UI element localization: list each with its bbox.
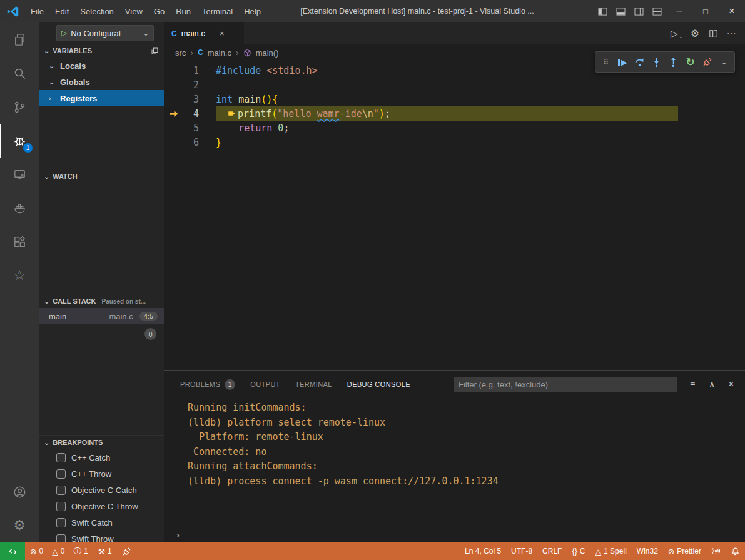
- encoding-indicator[interactable]: UTF-8: [506, 542, 537, 560]
- console-filter-input[interactable]: [454, 377, 677, 392]
- cursor-position[interactable]: Ln 4, Col 5: [460, 542, 506, 560]
- chevron-down-icon: ⌄: [49, 62, 56, 69]
- customize-layout-icon[interactable]: [648, 0, 666, 22]
- scope-locals[interactable]: ⌄ Locals: [39, 58, 164, 74]
- code-editor[interactable]: 1 #include <stdio.h> 2 3 int main(){ 4 p…: [164, 61, 745, 370]
- language-indicator[interactable]: {} C: [567, 542, 590, 560]
- close-tab-icon[interactable]: ×: [220, 29, 225, 38]
- start-debug-icon[interactable]: ▷: [61, 29, 67, 38]
- menu-help[interactable]: Help: [238, 0, 266, 22]
- scope-globals[interactable]: ⌄ Globals: [39, 74, 164, 90]
- pause-bar: [618, 59, 620, 66]
- more-actions-icon[interactable]: ⋯: [724, 26, 739, 42]
- tools-count: 1: [108, 547, 112, 556]
- checkbox[interactable]: [56, 518, 66, 528]
- run-or-debug-button[interactable]: ▷ ⌄: [669, 26, 684, 42]
- chevron-down-icon: ⌄: [49, 79, 56, 86]
- menu-selection[interactable]: Selection: [74, 0, 119, 22]
- menu-file[interactable]: File: [25, 0, 49, 22]
- minimize-button[interactable]: ─: [666, 0, 692, 22]
- step-into-button[interactable]: [648, 53, 665, 71]
- platform-indicator[interactable]: Win32: [632, 542, 663, 560]
- checkbox[interactable]: [56, 534, 66, 543]
- breadcrumb-symbol[interactable]: main(): [256, 48, 279, 58]
- extensions-icon: [13, 235, 27, 249]
- split-editor-icon[interactable]: [706, 26, 721, 42]
- breakpoint-row[interactable]: Objective C Catch: [39, 482, 164, 498]
- menu-view[interactable]: View: [119, 0, 148, 22]
- checkbox[interactable]: [56, 469, 66, 479]
- settings-gear-icon[interactable]: ⚙: [687, 26, 702, 42]
- notifications-bell-icon[interactable]: [726, 542, 745, 560]
- star-icon: ☆: [13, 269, 26, 282]
- breakpoint-gutter[interactable]: [164, 109, 184, 119]
- restart-button[interactable]: ↻: [682, 53, 699, 71]
- breakpoint-row[interactable]: C++ Throw: [39, 466, 164, 482]
- activity-source-control[interactable]: [0, 90, 39, 124]
- formatter-indicator[interactable]: ⊘ Prettier: [663, 542, 706, 560]
- console-input-row[interactable]: ›: [164, 526, 745, 542]
- activity-search[interactable]: [0, 56, 39, 90]
- call-stack-header[interactable]: ⌄ CALL STACK Paused on st...: [39, 294, 164, 308]
- menu-edit[interactable]: Edit: [49, 0, 74, 22]
- activity-remote-explorer[interactable]: [0, 158, 39, 191]
- tools-indicator[interactable]: ⚒ 1: [93, 542, 117, 560]
- toggle-secondary-sidebar-icon[interactable]: [630, 0, 648, 22]
- watch-header[interactable]: ⌄ WATCH: [39, 169, 164, 183]
- debug-console[interactable]: Running initCommands: (lldb) platform se…: [164, 398, 745, 542]
- code-line: 6 }: [164, 135, 745, 149]
- tab-main-c[interactable]: C main.c ×: [164, 22, 244, 44]
- continue-button[interactable]: ▶: [614, 53, 631, 71]
- tab-problems[interactable]: PROBLEMS 1: [180, 371, 235, 398]
- breakpoints-header[interactable]: ⌄ BREAKPOINTS: [39, 436, 164, 449]
- menu-go[interactable]: Go: [148, 0, 170, 22]
- variables-header[interactable]: ⌄ VARIABLES: [39, 44, 164, 58]
- problems-indicator[interactable]: ⊗ 0 △ 0 ⓘ 1: [25, 542, 93, 560]
- activity-docker[interactable]: [0, 191, 39, 225]
- maximize-button[interactable]: □: [692, 0, 719, 22]
- tab-debug-console[interactable]: DEBUG CONSOLE: [347, 371, 410, 398]
- checkbox[interactable]: [56, 453, 66, 462]
- step-out-button[interactable]: [665, 53, 682, 71]
- disconnect-button[interactable]: [699, 53, 716, 71]
- debug-session-indicator[interactable]: [117, 542, 136, 560]
- collapse-all-icon[interactable]: [151, 47, 159, 55]
- breakpoint-row[interactable]: Swift Catch: [39, 514, 164, 531]
- line-number: 6: [184, 137, 199, 148]
- maximize-panel-icon[interactable]: ∧: [704, 377, 719, 392]
- stack-frame-row[interactable]: main main.c 4:5: [39, 308, 164, 324]
- step-over-button[interactable]: [631, 53, 648, 71]
- console-options-icon[interactable]: ≡: [685, 377, 700, 392]
- broadcast-icon[interactable]: [706, 542, 726, 560]
- breakpoint-row[interactable]: Swift Throw: [39, 531, 164, 542]
- checkbox[interactable]: [56, 486, 66, 495]
- remote-indicator[interactable]: [0, 542, 25, 560]
- window-title: [Extension Development Host] main.c - te…: [300, 7, 534, 16]
- activity-favorites[interactable]: ☆: [0, 259, 39, 292]
- spell-indicator[interactable]: △ 1 Spell: [590, 542, 631, 560]
- activity-extensions[interactable]: [0, 225, 39, 259]
- menu-terminal[interactable]: Terminal: [196, 0, 238, 22]
- toggle-sidebar-icon[interactable]: [594, 0, 612, 22]
- chevron-down-icon[interactable]: ⌄: [716, 53, 732, 71]
- activity-settings[interactable]: ⚙: [0, 509, 39, 542]
- tab-output[interactable]: OUTPUT: [250, 371, 280, 398]
- breakpoint-row[interactable]: Objective C Throw: [39, 498, 164, 514]
- breadcrumb-file[interactable]: main.c: [208, 48, 231, 58]
- breakpoint-row[interactable]: C++ Catch: [39, 449, 164, 466]
- scope-registers[interactable]: › Registers: [39, 90, 164, 106]
- tab-terminal[interactable]: TERMINAL: [295, 371, 332, 398]
- toggle-panel-icon[interactable]: [612, 0, 630, 22]
- activity-explorer[interactable]: [0, 22, 39, 56]
- activity-accounts[interactable]: [0, 475, 39, 509]
- activity-run-debug[interactable]: 1: [0, 124, 39, 158]
- close-panel-icon[interactable]: ×: [724, 377, 739, 392]
- close-button[interactable]: ×: [719, 0, 745, 22]
- eol-indicator[interactable]: CRLF: [537, 542, 567, 560]
- breadcrumb-folder[interactable]: src: [175, 48, 186, 58]
- checkbox[interactable]: [56, 502, 66, 511]
- debug-config-picker[interactable]: ▷ No Configurat ⌄: [56, 25, 154, 41]
- menu-run[interactable]: Run: [170, 0, 196, 22]
- debug-badge: 1: [23, 142, 33, 153]
- drag-handle[interactable]: ⠿: [597, 53, 614, 71]
